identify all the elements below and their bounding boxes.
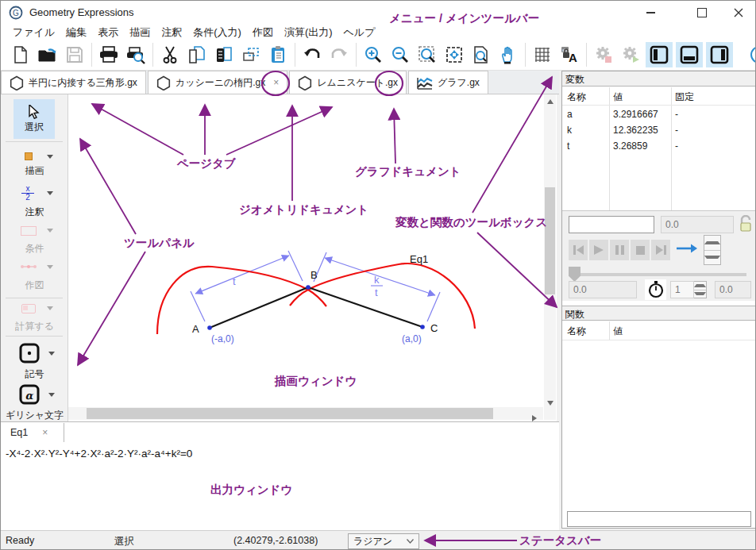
spinner-down-icon[interactable] bbox=[694, 290, 706, 298]
column-divider[interactable] bbox=[609, 321, 610, 340]
animation-slider-track[interactable] bbox=[569, 273, 746, 276]
direction-spinner[interactable] bbox=[704, 235, 721, 265]
output-tab-close-icon[interactable]: × bbox=[42, 427, 48, 438]
variable-row-lock[interactable]: - bbox=[675, 125, 678, 136]
zoom-in-button[interactable] bbox=[360, 42, 387, 67]
variable-row-value[interactable]: 12.362235 bbox=[613, 125, 658, 136]
close-button[interactable] bbox=[720, 1, 756, 25]
compute-numeric-button[interactable] bbox=[590, 42, 617, 67]
copy-button[interactable] bbox=[183, 42, 210, 67]
vertical-scrollbar-thumb[interactable] bbox=[545, 187, 555, 294]
pan-button[interactable] bbox=[495, 42, 522, 67]
variable-row-name[interactable]: a bbox=[567, 109, 573, 120]
open-button[interactable] bbox=[34, 42, 61, 67]
variable-row-lock[interactable]: - bbox=[675, 109, 678, 120]
skip-start-button[interactable] bbox=[569, 240, 588, 260]
tool-constrain[interactable]: 条件 bbox=[1, 225, 68, 260]
variables-col-name[interactable]: 名称 bbox=[567, 90, 586, 104]
segment-AB[interactable] bbox=[210, 287, 308, 328]
segment-BC[interactable] bbox=[308, 287, 422, 327]
tool-annotate[interactable]: x 2 注釈 bbox=[1, 185, 68, 221]
help-button[interactable]: ? bbox=[746, 42, 756, 67]
zoom-selection-button[interactable] bbox=[414, 42, 441, 67]
lock-icon[interactable] bbox=[739, 215, 753, 233]
chevron-down-icon[interactable] bbox=[48, 352, 55, 356]
tool-calculate[interactable]: 計算する bbox=[1, 302, 68, 337]
variable-row-value[interactable]: 3.2916667 bbox=[613, 109, 658, 120]
tool-construct[interactable]: 作図 bbox=[1, 261, 68, 296]
copy-special-button[interactable] bbox=[210, 42, 237, 67]
skip-end-button[interactable] bbox=[651, 240, 670, 260]
variable-row-lock[interactable]: - bbox=[675, 140, 678, 152]
scroll-down-icon[interactable] bbox=[547, 399, 554, 407]
tab-graph[interactable]: グラフ.gx bbox=[408, 71, 488, 94]
tool-select[interactable]: 選択 bbox=[14, 99, 55, 139]
functions-col-value[interactable]: 値 bbox=[613, 325, 623, 338]
minimize-button[interactable] bbox=[632, 1, 669, 25]
variable-row-value[interactable]: 3.26859 bbox=[613, 140, 647, 152]
play-button[interactable] bbox=[589, 240, 608, 260]
zoom-fit-button[interactable] bbox=[441, 42, 468, 67]
menu-file[interactable]: ファイル bbox=[7, 25, 60, 40]
tool-draw[interactable]: 描画 bbox=[1, 150, 68, 182]
undo-button[interactable] bbox=[299, 42, 326, 67]
drawing-window[interactable]: t k t A B C (-a,0) (a,0) bbox=[68, 94, 557, 421]
spinner-up-icon[interactable] bbox=[704, 236, 720, 250]
zoom-out-button[interactable] bbox=[387, 42, 414, 67]
redo-button[interactable] bbox=[326, 42, 353, 67]
point-A[interactable] bbox=[207, 325, 212, 330]
function-entry-input[interactable] bbox=[567, 511, 751, 527]
variables-col-lock[interactable]: 固定 bbox=[675, 90, 694, 104]
spinner-up-icon[interactable] bbox=[694, 282, 706, 290]
cut-button[interactable] bbox=[156, 42, 183, 67]
menu-calculate-output[interactable]: 演算(出力) bbox=[279, 25, 338, 40]
scroll-up-icon[interactable] bbox=[547, 98, 554, 106]
angle-unit-dropdown[interactable]: ラジアン bbox=[348, 533, 419, 549]
column-divider[interactable] bbox=[671, 87, 672, 210]
horizontal-scrollbar-thumb[interactable] bbox=[87, 408, 493, 419]
menu-construct[interactable]: 作図 bbox=[247, 25, 279, 40]
paste-button[interactable] bbox=[264, 42, 291, 67]
stop-button[interactable] bbox=[631, 240, 650, 260]
animation-variable-input[interactable] bbox=[569, 216, 654, 233]
save-button[interactable] bbox=[61, 42, 88, 67]
tab-cassini[interactable]: カッシーニの楕円.gx × bbox=[148, 71, 287, 94]
point-C[interactable] bbox=[420, 325, 425, 329]
tool-greek[interactable]: α ギリシャ文字 bbox=[1, 382, 68, 426]
menu-view[interactable]: 表示 bbox=[92, 25, 124, 40]
label-lock-button[interactable]: abcA bbox=[556, 42, 583, 67]
grid-toggle-button[interactable] bbox=[529, 42, 556, 67]
chevron-down-icon[interactable] bbox=[47, 306, 53, 310]
point-B[interactable] bbox=[306, 285, 310, 290]
menu-constrain-input[interactable]: 条件(入力) bbox=[187, 25, 247, 40]
compute-symbolic-button[interactable] bbox=[617, 42, 644, 67]
new-document-button[interactable] bbox=[7, 42, 34, 67]
menu-edit[interactable]: 編集 bbox=[60, 25, 92, 40]
chevron-down-icon[interactable] bbox=[47, 229, 53, 233]
tab-hanenn-triangle[interactable]: 半円に内接する三角形.gx bbox=[1, 71, 146, 94]
tool-symbols[interactable]: 記号 bbox=[1, 340, 68, 385]
animation-slider-thumb[interactable] bbox=[569, 267, 580, 282]
spinner-down-icon[interactable] bbox=[704, 250, 720, 265]
layout-right-panel-toggle[interactable] bbox=[706, 42, 733, 67]
pause-button[interactable] bbox=[610, 240, 629, 260]
layout-bottom-panel-toggle[interactable] bbox=[676, 42, 703, 67]
chevron-down-icon[interactable] bbox=[47, 191, 53, 195]
tab-lemniscate[interactable]: レムニスケート.gx bbox=[289, 71, 407, 94]
tab-close-icon[interactable]: × bbox=[273, 77, 279, 88]
layout-left-panel-toggle[interactable] bbox=[646, 42, 673, 67]
chevron-down-icon[interactable] bbox=[48, 393, 55, 397]
zoom-page-button[interactable] bbox=[468, 42, 495, 67]
chevron-down-icon[interactable] bbox=[47, 265, 53, 269]
paste-special-button[interactable] bbox=[237, 42, 264, 67]
variable-row-name[interactable]: t bbox=[567, 140, 569, 152]
functions-col-name[interactable]: 名称 bbox=[567, 325, 586, 338]
column-divider[interactable] bbox=[609, 87, 610, 210]
variables-col-value[interactable]: 値 bbox=[613, 90, 623, 104]
chevron-down-icon[interactable] bbox=[47, 155, 53, 159]
vertical-scrollbar[interactable] bbox=[544, 94, 556, 420]
menu-draw[interactable]: 描画 bbox=[124, 25, 156, 40]
output-tab-eq1[interactable]: Eq1 × bbox=[1, 423, 64, 442]
timer-tile[interactable] bbox=[645, 279, 666, 300]
speed-spinner[interactable] bbox=[694, 281, 707, 298]
